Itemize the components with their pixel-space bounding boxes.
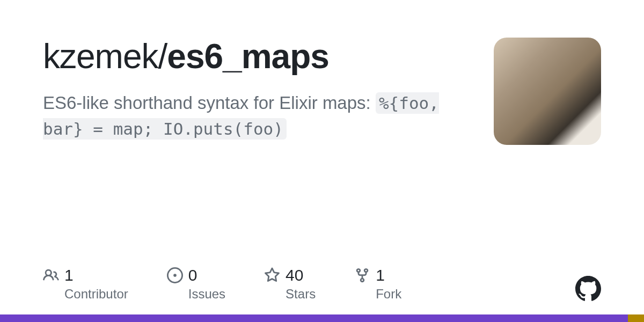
stat-forks[interactable]: 1 Fork xyxy=(354,266,401,302)
forks-label: Fork xyxy=(376,287,401,302)
repo-name: es6_maps xyxy=(167,37,329,76)
repo-description: ES6-like shorthand syntax for Elixir map… xyxy=(43,90,472,142)
github-logo-icon[interactable] xyxy=(575,276,601,302)
issues-count: 0 xyxy=(188,266,197,284)
people-icon xyxy=(43,267,59,283)
repo-card-main: kzemek/es6_maps ES6-like shorthand synta… xyxy=(0,0,644,145)
language-bar xyxy=(0,314,644,322)
star-icon xyxy=(264,267,280,283)
repo-owner: kzemek xyxy=(43,37,158,76)
repo-content: kzemek/es6_maps ES6-like shorthand synta… xyxy=(43,38,494,142)
issues-label: Issues xyxy=(188,287,225,302)
owner-avatar[interactable] xyxy=(494,38,601,145)
stars-count: 40 xyxy=(286,266,303,284)
description-text: ES6-like shorthand syntax for Elixir map… xyxy=(43,93,376,113)
contributors-label: Contributor xyxy=(64,287,128,302)
issue-icon xyxy=(167,267,183,283)
stat-stars[interactable]: 40 Stars xyxy=(264,266,316,302)
contributors-count: 1 xyxy=(64,266,74,284)
fork-icon xyxy=(354,267,370,283)
repo-title[interactable]: kzemek/es6_maps xyxy=(43,38,472,75)
repo-stats: 1 Contributor 0 Issues 40 Stars 1 Fork xyxy=(43,266,401,302)
forks-count: 1 xyxy=(376,266,385,284)
stars-label: Stars xyxy=(286,287,316,302)
stat-issues[interactable]: 0 Issues xyxy=(167,266,225,302)
stat-contributors[interactable]: 1 Contributor xyxy=(43,266,128,302)
